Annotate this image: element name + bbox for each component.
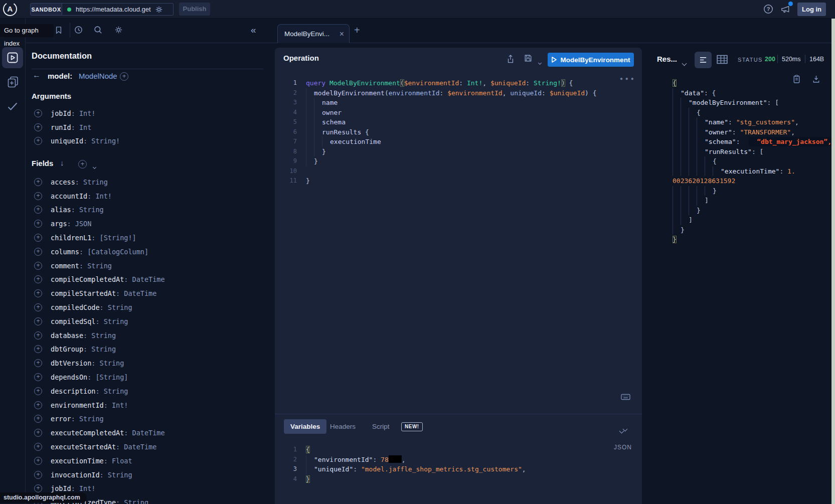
new-tab-icon[interactable]: + [354,25,360,36]
field-row[interactable]: +executionTime: Float [32,454,262,468]
share-operation-icon[interactable] [507,54,515,64]
field-row[interactable]: +invocationId: String [32,468,262,482]
add-to-query-icon[interactable]: + [34,484,42,492]
add-all-fields-icon[interactable]: + [78,159,87,169]
field-row[interactable]: +dependsOn: [String] [32,370,262,384]
save-icon[interactable] [524,54,532,62]
add-to-query-icon[interactable]: + [34,248,42,256]
add-to-query-icon[interactable]: + [34,275,42,283]
help-icon[interactable]: ? [763,4,773,14]
add-to-query-icon[interactable]: + [34,373,42,381]
add-to-query-icon[interactable]: + [34,303,42,311]
redacted-value [389,455,402,463]
tab-headers[interactable]: Headers [330,423,356,430]
response-view-table-icon[interactable] [716,54,728,65]
add-to-query-icon[interactable]: + [34,443,42,451]
field-row[interactable]: +columns: [CatalogColumn] [32,245,262,259]
go-to-graph-index-tooltip: Go to graph index [0,24,54,37]
add-to-query-icon[interactable]: + [34,345,42,353]
add-to-query-icon[interactable]: + [34,387,42,395]
field-row[interactable]: +executeCompletedAt: DateTime [32,426,262,440]
keyboard-shortcuts-icon[interactable] [621,394,630,400]
argument-row[interactable]: +jobId: Int! [32,106,262,120]
field-row[interactable]: +childrenL1: [String!] [32,231,262,245]
field-row[interactable]: +dbtVersion: String [32,356,262,370]
add-to-query-icon[interactable]: + [34,471,42,479]
play-icon [552,57,557,63]
field-row[interactable]: +compiledCode: String [32,300,262,314]
add-to-query-icon[interactable]: + [34,262,42,270]
add-type-icon[interactable]: + [120,71,128,81]
add-to-query-icon[interactable]: + [34,123,42,131]
add-to-query-icon[interactable]: + [34,220,42,228]
add-to-query-icon[interactable]: + [34,192,42,200]
add-to-query-icon[interactable]: + [34,178,42,186]
graphql-editor[interactable]: 1query ModelByEnvironment($environmentId… [275,78,642,186]
settings-gear-icon[interactable] [114,26,123,34]
checks-icon[interactable] [7,102,19,112]
endpoint-url[interactable]: https://metadata.cloud.get [76,6,155,13]
field-row[interactable]: +args: JSON [32,217,262,231]
collapse-panel-icon[interactable]: « [251,25,256,36]
field-row[interactable]: +accountId: Int! [32,189,262,203]
field-row[interactable]: +compiledSql: String [32,314,262,328]
add-to-query-icon[interactable]: + [34,429,42,437]
field-row[interactable]: +compileStartedAt: DateTime [32,286,262,300]
field-row[interactable]: +description: String [32,384,262,398]
add-to-query-icon[interactable]: + [34,359,42,367]
run-operation-button[interactable]: ModelByEnvironment [548,53,634,67]
argument-row[interactable]: +uniqueId: String! [32,134,262,148]
add-to-query-icon[interactable]: + [34,206,42,214]
add-to-query-icon[interactable]: + [34,331,42,340]
add-to-query-icon[interactable]: + [34,109,42,117]
save-options-chevron-icon[interactable] [539,57,541,66]
add-to-query-icon[interactable]: + [34,401,42,409]
field-row[interactable]: +comment: String [32,259,262,273]
endpoint-settings-gear-icon[interactable] [155,6,163,14]
divider [777,55,778,63]
tab-variables[interactable]: Variables [284,419,326,434]
field-row[interactable]: +environmentId: Int! [32,398,262,412]
response-view-raw-icon[interactable] [695,52,712,68]
field-row[interactable]: +alias: String [32,203,262,217]
chevron-down-icon[interactable] [93,161,96,171]
apollo-logo-icon[interactable]: A [3,2,18,17]
response-json-viewer[interactable]: {"data": {"modelByEnvironment": [{"name"… [649,78,830,245]
add-to-query-icon[interactable]: + [34,289,42,297]
login-button[interactable]: Log in [797,3,826,16]
endpoint-url-field[interactable]: https://metadata.cloud.get [62,3,174,16]
svg-text:A: A [8,5,13,13]
sort-fields-icon[interactable]: ↓ [60,158,64,167]
response-chevron-icon[interactable] [683,58,686,67]
add-to-query-icon[interactable]: + [34,415,42,423]
run-history-icon[interactable] [74,26,83,34]
field-row[interactable]: +database: String [32,328,262,343]
field-row[interactable]: +access: String [32,175,262,189]
field-row[interactable]: +dbtGroup: String [32,343,262,357]
field-row[interactable]: +executeStartedAt: DateTime [32,440,262,454]
argument-row[interactable]: +runId: Int [32,120,262,134]
tab-script[interactable]: Script [372,423,390,430]
field-row[interactable]: +compileCompletedAt: DateTime [32,273,262,287]
response-dropdown[interactable]: Res... [657,55,677,63]
field-row[interactable]: +error: String [32,412,262,426]
add-to-query-icon[interactable]: + [34,137,42,145]
tab-modelbyenvironment[interactable]: ModelByEnvi... × [277,24,350,43]
saved-operations-bookmark-icon[interactable] [55,26,62,35]
back-arrow-icon[interactable]: ← [33,71,41,80]
schema-sdl-icon[interactable] [7,76,19,88]
browser-scrollbar-strip[interactable] [831,18,835,504]
explorer-tab-icon[interactable] [2,47,23,68]
search-icon[interactable] [94,26,102,34]
code-line: 5schema [275,117,642,127]
variables-editor[interactable]: 1{2"environmentId": 78,3"uniqueId": "mod… [275,445,642,484]
tab-close-icon[interactable]: × [340,30,344,39]
doc-type-link[interactable]: ModelNode [79,72,117,80]
field-row-type: : String [91,359,124,367]
add-to-query-icon[interactable]: + [34,234,42,242]
publish-button[interactable]: Publish [179,3,210,16]
add-to-query-icon[interactable]: + [34,457,42,465]
line-number: 2 [275,88,297,98]
collapse-section-double-chevron-icon[interactable] [620,424,627,433]
add-to-query-icon[interactable]: + [34,317,42,325]
